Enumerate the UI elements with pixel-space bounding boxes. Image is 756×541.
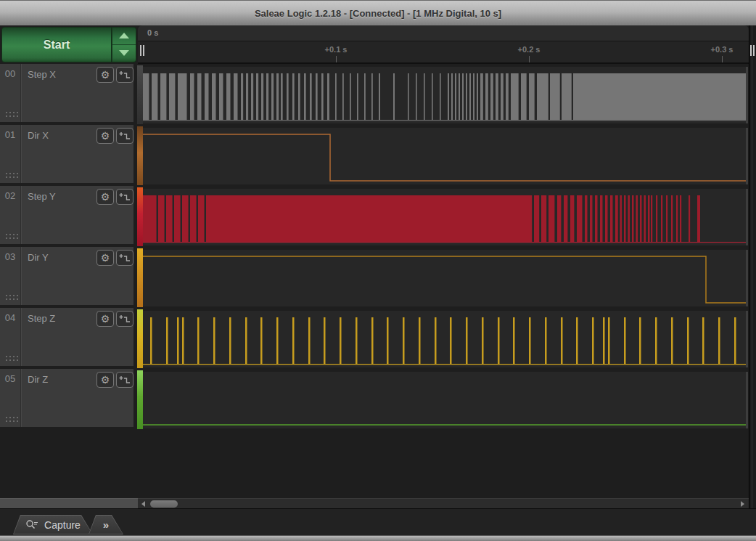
waveform-area[interactable]	[143, 372, 748, 428]
drag-handle-icon[interactable]	[6, 295, 7, 296]
waveform-area[interactable]	[143, 128, 748, 184]
timeline-right-grip[interactable]	[750, 45, 755, 56]
chevrons-icon: »	[103, 518, 109, 531]
divider	[20, 247, 21, 305]
add-trigger-button[interactable]	[116, 311, 133, 327]
window-bottom-edge	[0, 535, 756, 541]
channel-settings-button[interactable]: ⚙	[96, 67, 114, 83]
divider	[20, 186, 21, 244]
waveform	[143, 372, 746, 428]
gear-icon: ⚙	[101, 70, 110, 80]
channel-settings-button[interactable]: ⚙	[96, 311, 114, 327]
channel-settings-button[interactable]: ⚙	[96, 128, 114, 144]
drag-handle-icon[interactable]	[6, 112, 7, 113]
add-trigger-button[interactable]	[116, 128, 133, 144]
divider	[752, 25, 752, 508]
channel-color-strip	[137, 309, 143, 368]
title-bar: Saleae Logic 1.2.18 - [Connected] - [1 M…	[0, 0, 756, 25]
channel-row-01: 01 Dir X ⚙	[0, 125, 749, 186]
channel-scroll-arrows	[112, 27, 136, 62]
channel-name-label: Step Y	[28, 191, 56, 202]
channel-color-strip	[137, 370, 143, 429]
start-button-label: Start	[44, 38, 70, 52]
timeline-ruler[interactable]: +0.1 s +0.2 s +0.3 s	[138, 41, 749, 64]
drag-handle-icon[interactable]	[6, 356, 7, 357]
divider	[20, 125, 21, 183]
channel-color-strip	[137, 65, 143, 124]
scroll-up-button[interactable]	[112, 28, 136, 45]
tick-mark	[336, 56, 337, 62]
triangle-up-icon	[119, 33, 129, 38]
waveform-area[interactable]	[143, 189, 748, 245]
tick-label: +0.3 s	[711, 45, 734, 54]
start-button[interactable]: Start	[1, 27, 112, 62]
window-title: Saleae Logic 1.2.18 - [Connected] - [1 M…	[255, 8, 501, 19]
timeline-origin-bar[interactable]: 0 s	[138, 25, 749, 41]
channel-number: 00	[0, 68, 20, 79]
drag-handle-icon[interactable]	[6, 417, 7, 418]
channel-panel[interactable]: 03 Dir Y ⚙	[0, 247, 133, 305]
timeline-left-grip[interactable]	[140, 45, 145, 56]
channel-row-03: 03 Dir Y ⚙	[0, 247, 749, 308]
divider	[20, 308, 21, 366]
channel-color-strip	[137, 126, 143, 185]
channel-number: 05	[0, 373, 20, 384]
app-window: Saleae Logic 1.2.18 - [Connected] - [1 M…	[0, 0, 756, 541]
add-trigger-button[interactable]	[116, 250, 133, 266]
scroll-down-button[interactable]	[112, 45, 136, 62]
waveform	[143, 67, 746, 123]
scroll-left-arrow-icon[interactable]	[141, 501, 145, 507]
channel-number: 04	[0, 312, 20, 323]
channel-panel[interactable]: 02 Step Y ⚙	[0, 186, 133, 244]
waveform-area[interactable]	[143, 311, 748, 367]
plus-trigger-icon	[119, 375, 131, 384]
waveform	[143, 128, 746, 184]
bottom-tab-bar: Capture »	[0, 508, 756, 535]
channel-name-label: Step X	[28, 69, 56, 80]
drag-handle-icon[interactable]	[6, 234, 7, 235]
waveform	[143, 189, 746, 245]
channel-panel[interactable]: 04 Step Z ⚙	[0, 308, 133, 366]
zoom-options-icon	[25, 519, 39, 530]
gear-icon: ⚙	[101, 192, 110, 202]
scroll-right-arrow-icon[interactable]	[741, 501, 744, 507]
tick-mark	[722, 56, 723, 62]
add-trigger-button[interactable]	[116, 189, 133, 205]
gear-icon: ⚙	[101, 131, 110, 141]
tick-mark	[529, 56, 530, 62]
channel-panel[interactable]: 05 Dir Z ⚙	[0, 369, 133, 427]
add-trigger-button[interactable]	[116, 372, 133, 388]
triangle-down-icon	[119, 50, 129, 56]
channel-color-strip	[137, 187, 143, 246]
scrollbar-thumb[interactable]	[150, 500, 178, 508]
channel-settings-button[interactable]: ⚙	[96, 250, 114, 266]
plus-trigger-icon	[119, 192, 131, 201]
channel-number: 03	[0, 251, 20, 262]
panel-footer	[0, 498, 138, 508]
channel-name-label: Step Z	[28, 313, 55, 324]
horizontal-scrollbar[interactable]	[138, 498, 749, 508]
channel-name-label: Dir Z	[28, 374, 48, 385]
divider	[20, 369, 21, 427]
waveform	[143, 311, 746, 367]
waveform-area[interactable]	[143, 67, 748, 123]
tick-label: +0.2 s	[518, 45, 541, 54]
channel-row-05: 05 Dir Z ⚙	[0, 369, 749, 430]
tab-more-chevrons[interactable]: »	[89, 515, 123, 534]
plus-trigger-icon	[119, 314, 131, 323]
drag-handle-icon[interactable]	[6, 173, 7, 174]
channel-panel[interactable]: 00 Step X ⚙	[0, 64, 133, 122]
channel-settings-button[interactable]: ⚙	[96, 189, 114, 205]
channel-settings-button[interactable]: ⚙	[96, 372, 114, 388]
add-trigger-button[interactable]	[116, 67, 133, 83]
waveform-area[interactable]	[143, 250, 748, 306]
vertical-scroll-strip[interactable]	[749, 25, 756, 508]
channel-row-04: 04 Step Z ⚙	[0, 308, 749, 369]
plus-trigger-icon	[119, 253, 131, 262]
tab-capture[interactable]: Capture	[13, 515, 93, 534]
channel-number: 01	[0, 129, 20, 140]
plus-trigger-icon	[119, 131, 131, 140]
channel-panel[interactable]: 01 Dir X ⚙	[0, 125, 133, 183]
waveform	[143, 250, 746, 306]
channel-name-label: Dir X	[28, 130, 49, 141]
